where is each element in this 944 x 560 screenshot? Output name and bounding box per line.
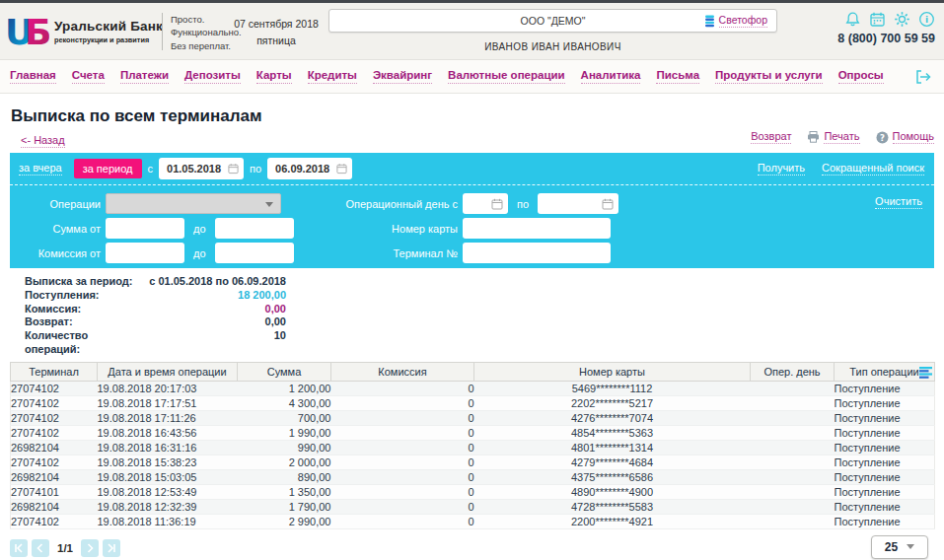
back-link[interactable]: <- Назад bbox=[21, 134, 65, 148]
pagination-prev-icon bbox=[36, 543, 45, 553]
nav-item-8[interactable]: Валютные операции bbox=[448, 69, 565, 84]
table-row[interactable]: 2707410219.08.2018 16:43:561 990,0004854… bbox=[11, 425, 935, 440]
date-to-field[interactable] bbox=[275, 163, 334, 175]
cell-amount: 1 990,00 bbox=[238, 425, 331, 440]
pagination-prev-button[interactable] bbox=[32, 539, 49, 557]
dropdown-arrow-icon bbox=[265, 202, 273, 207]
info-button[interactable]: i bbox=[917, 10, 935, 28]
bank-logo[interactable]: U Б Уральский Банк реконструкции и разви… bbox=[8, 12, 163, 51]
table-row[interactable]: 2707410219.08.2018 11:36:192 990,0002200… bbox=[11, 514, 935, 528]
calendar-input-icon[interactable] bbox=[602, 198, 614, 210]
filter-period-button[interactable]: за период bbox=[74, 159, 142, 178]
opday-from-field[interactable] bbox=[468, 198, 491, 210]
company-block: ООО "ДЕМО" Светофор ИВАНОВ ИВАН ИВАНОВИЧ bbox=[328, 9, 777, 52]
card-number-input[interactable] bbox=[463, 218, 611, 239]
nav-item-4[interactable]: Депозиты bbox=[184, 69, 241, 84]
summary-label: Комиссия: bbox=[25, 303, 135, 316]
cell-commission: 0 bbox=[331, 410, 474, 425]
get-statement-link[interactable]: Получить bbox=[758, 162, 805, 175]
commission-from-input[interactable] bbox=[106, 243, 184, 263]
footer: 1/1 25 bbox=[10, 535, 934, 560]
table-row[interactable]: 2707410219.08.2018 17:11:26700,0004276**… bbox=[11, 410, 935, 425]
opday-to-label: по bbox=[517, 198, 529, 210]
terminal-label: Терминал № bbox=[300, 247, 458, 259]
nav-item-10[interactable]: Письма bbox=[656, 69, 699, 84]
page-size-select[interactable]: 25 bbox=[871, 535, 928, 559]
opday-from-input[interactable] bbox=[463, 193, 508, 214]
pagination-next-button[interactable] bbox=[81, 539, 99, 557]
cell-terminal: 27074102 bbox=[11, 395, 98, 410]
table-row[interactable]: 2698210419.08.2018 16:31:16990,0004801**… bbox=[11, 440, 935, 455]
pagination-first-button[interactable] bbox=[10, 539, 28, 557]
help-link[interactable]: ? Помощь bbox=[876, 130, 935, 144]
table-row[interactable]: 2707410219.08.2018 17:17:514 300,0002202… bbox=[11, 395, 935, 410]
notifications-button[interactable] bbox=[843, 10, 861, 28]
commission-to-label: до bbox=[193, 247, 206, 259]
cell-card-number: 4375********6586 bbox=[474, 469, 751, 484]
nav-item-6[interactable]: Кредиты bbox=[308, 69, 357, 84]
cell-terminal: 27074102 bbox=[11, 410, 98, 425]
summary-value: с 01.05.2018 по 06.09.2018 bbox=[135, 275, 286, 289]
nav-item-12[interactable]: Опросы bbox=[838, 69, 884, 84]
calendar-input-icon[interactable] bbox=[228, 163, 239, 175]
summary-label: Поступления: bbox=[25, 289, 135, 303]
nav-item-7[interactable]: Эквайринг bbox=[373, 69, 432, 84]
col-header-op-day: Опер. день bbox=[751, 362, 835, 381]
commission-to-input[interactable] bbox=[215, 243, 294, 263]
card-number-label: Номер карты bbox=[300, 223, 458, 235]
clear-filters-link[interactable]: Очистить bbox=[875, 195, 922, 209]
terminal-input[interactable] bbox=[463, 243, 611, 263]
calendar-button[interactable] bbox=[868, 10, 886, 28]
operations-select[interactable] bbox=[106, 193, 281, 214]
table-row[interactable]: 2707410219.08.2018 20:17:031 200,0005469… bbox=[11, 381, 935, 395]
cell-card-number: 2200********4921 bbox=[474, 514, 751, 528]
cell-card-number: 4890********4900 bbox=[474, 484, 751, 499]
short-search-link[interactable]: Сокращенный поиск bbox=[822, 162, 924, 175]
filter-yesterday-link[interactable]: за вчера bbox=[19, 162, 62, 175]
nav-item-1[interactable]: Главная bbox=[10, 69, 56, 84]
commission-from-label: Комиссия от bbox=[19, 247, 101, 259]
svetofor-link[interactable]: Светофор bbox=[704, 14, 767, 28]
table-row[interactable]: 2698210419.08.2018 12:32:391 790,0004728… bbox=[11, 499, 935, 514]
date-from-field[interactable] bbox=[167, 163, 226, 175]
pagination-last-icon bbox=[107, 543, 116, 553]
date-to-label: по bbox=[250, 163, 261, 175]
bank-name: Уральский Банк bbox=[54, 19, 163, 34]
cell-operation-type: Поступление bbox=[835, 440, 935, 455]
sum-from-input[interactable] bbox=[106, 218, 184, 239]
date-from-input[interactable] bbox=[159, 158, 244, 179]
sum-to-input[interactable] bbox=[215, 218, 294, 239]
nav-item-9[interactable]: Аналитика bbox=[581, 69, 641, 84]
cell-operation-type: Поступление bbox=[835, 395, 935, 410]
opday-to-field[interactable] bbox=[543, 198, 602, 210]
cell-amount: 700,00 bbox=[238, 410, 331, 425]
calendar-input-icon[interactable] bbox=[336, 163, 347, 175]
date-to-input[interactable] bbox=[267, 158, 352, 179]
cell-datetime: 19.08.2018 16:31:16 bbox=[98, 440, 238, 455]
opday-to-input[interactable] bbox=[538, 193, 618, 214]
table-row[interactable]: 2707410119.08.2018 12:53:491 350,0004890… bbox=[11, 484, 935, 499]
table-columns-icon[interactable] bbox=[919, 367, 932, 381]
return-link[interactable]: Возврат bbox=[751, 130, 791, 144]
table-row[interactable]: 2698210419.08.2018 15:03:05890,0004375**… bbox=[11, 469, 935, 484]
table-header-row: ТерминалДата и время операцииСуммаКомисс… bbox=[11, 362, 935, 381]
traffic-light-icon bbox=[704, 15, 715, 28]
pagination-last-button[interactable] bbox=[103, 539, 120, 557]
table-row[interactable]: 2707410219.08.2018 15:38:232 000,0004279… bbox=[11, 455, 935, 469]
nav-item-5[interactable]: Карты bbox=[256, 69, 292, 84]
summary-value: 10 bbox=[135, 329, 286, 357]
print-link[interactable]: Печать bbox=[807, 130, 859, 144]
nav-item-2[interactable]: Счета bbox=[72, 69, 105, 84]
company-name: ООО "ДЕМО" bbox=[521, 15, 586, 27]
cell-datetime: 19.08.2018 11:36:19 bbox=[98, 514, 238, 528]
calendar-input-icon[interactable] bbox=[491, 198, 503, 210]
nav-item-11[interactable]: Продукты и услуги bbox=[715, 69, 823, 84]
cell-op-day bbox=[751, 455, 835, 469]
pagination-next-icon bbox=[85, 543, 95, 553]
sum-from-label: Сумма от bbox=[19, 223, 101, 235]
company-selector[interactable]: ООО "ДЕМО" Светофор bbox=[328, 9, 777, 33]
settings-button[interactable] bbox=[893, 10, 910, 28]
logout-button[interactable] bbox=[914, 69, 932, 89]
nav-item-3[interactable]: Платежи bbox=[120, 69, 169, 84]
summary-value: 0,00 bbox=[135, 315, 286, 329]
